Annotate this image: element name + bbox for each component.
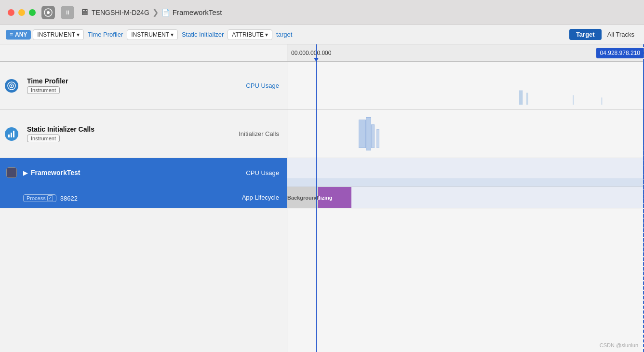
framework-cpu-chart (287, 158, 644, 187)
expand-icon[interactable]: ▶ (23, 169, 28, 176)
target-label: target (274, 29, 294, 40)
process-badge[interactable]: Process ✓ (23, 194, 56, 202)
time-profiler-label: Time Profiler (86, 29, 125, 40)
track-metric-fw-cpu: CPU Usage (210, 169, 287, 176)
instrument-badge-tp: Instrument (27, 86, 60, 94)
app-lifecycle-label: App Lifecycle (242, 194, 279, 201)
monitor-icon: 🖥 (80, 7, 89, 17)
instrument-label-2: INSTRUMENT (131, 31, 169, 38)
track-metric-tp: CPU Usage (210, 62, 287, 109)
time-start: 00.000.000.000 (287, 50, 335, 56)
svg-rect-7 (13, 131, 14, 137)
all-tracks-label: All Tracks (604, 29, 638, 40)
track-metric-si: Initializer Calls (210, 110, 287, 158)
svg-rect-10 (573, 95, 574, 105)
svg-rect-11 (601, 97, 602, 105)
track-icon-col-tp (0, 62, 23, 109)
minimize-button[interactable] (18, 9, 25, 16)
svg-rect-8 (519, 90, 523, 105)
cpu-usage-chart (287, 62, 644, 109)
svg-point-1 (47, 11, 50, 14)
titlebar: ⏸ 🖥 TENGSHI-M-D24G ❯ 📄 FrameworkTest (0, 0, 644, 25)
app-name: FrameworkTest (173, 8, 222, 16)
chevron-down-icon-2: ▾ (171, 31, 174, 38)
svg-rect-6 (11, 133, 12, 137)
instrument-label-1: INSTRUMENT (37, 31, 75, 38)
watermark: CSDN @slunlun (600, 342, 638, 348)
titlebar-device: 🖥 TENGSHI-M-D24G ❯ 📄 FrameworkTest (80, 7, 222, 17)
svg-point-4 (11, 85, 13, 86)
framework-icon (6, 167, 17, 178)
content-static-init (287, 110, 644, 158)
track-info-si: Static Initializer Calls Instrument (23, 110, 210, 158)
timeline-area[interactable]: 00.000.000.000 04.928.978.210 (287, 44, 644, 352)
init-calls-label: Initializer Calls (239, 130, 279, 137)
chevron-down-icon-3: ▾ (265, 31, 268, 38)
filter-any-button[interactable]: ≡ ANY (6, 30, 31, 40)
svg-rect-12 (287, 178, 644, 187)
timeline-ruler: 00.000.000.000 04.928.978.210 (287, 44, 644, 62)
track-title-fw: FrameworkTest (31, 169, 80, 176)
track-title-si: Static Initializer Calls (27, 125, 206, 133)
main-content: Time Profiler Instrument CPU Usage (0, 44, 644, 352)
filter-instrument-pill-2[interactable]: INSTRUMENT ▾ (127, 29, 178, 40)
static-init-icon (5, 127, 18, 141)
time-end: 04.928.978.210 (596, 48, 644, 58)
tracks-header (0, 44, 287, 62)
any-label: ANY (15, 31, 27, 38)
lifecycle-seg-background: Background (287, 187, 318, 208)
process-pid: 38622 (60, 195, 78, 202)
cpu-usage-label-fw: CPU Usage (246, 169, 279, 176)
init-block-1 (359, 120, 366, 148)
device-name: TENGSHI-M-D24G (92, 9, 149, 16)
app-file-icon: 📄 (161, 9, 170, 16)
svg-rect-5 (8, 135, 10, 137)
process-row: Process ✓ 38622 (23, 194, 78, 202)
cursor-line (316, 44, 317, 352)
filter-attribute-pill[interactable]: ATTRIBUTE ▾ (228, 29, 272, 40)
chevron-right-icon: ❯ (152, 8, 159, 17)
time-profiler-icon (5, 79, 18, 93)
filter-instrument-pill-1[interactable]: INSTRUMENT ▾ (33, 29, 84, 40)
maximize-button[interactable] (29, 9, 36, 16)
track-row-static-init[interactable]: Static Initializer Calls Instrument Init… (0, 110, 287, 158)
content-framework-cpu (287, 158, 644, 187)
close-button[interactable] (8, 9, 14, 16)
cpu-usage-label-tp: CPU Usage (246, 82, 279, 89)
traffic-lights (8, 9, 36, 16)
content-lifecycle: Initializing La... For... Background (287, 187, 644, 208)
framework-chevron-title: ▶ FrameworkTest (23, 169, 80, 176)
track-info-tp: Time Profiler Instrument (23, 62, 210, 109)
track-metric-fw-lifecycle: App Lifecycle (210, 194, 287, 201)
init-block-2 (366, 117, 371, 150)
process-checkbox[interactable]: ✓ (47, 195, 53, 201)
chevron-down-icon-1: ▾ (77, 31, 80, 38)
target-button[interactable]: Target (569, 29, 602, 40)
instruments-icon (41, 6, 55, 19)
process-label: Process (27, 195, 46, 201)
filterbar: ≡ ANY INSTRUMENT ▾ Time Profiler INSTRUM… (0, 25, 644, 44)
track-row-framework[interactable]: ▶ FrameworkTest CPU Usage Process ✓ 3862… (0, 158, 287, 208)
svg-rect-9 (526, 93, 528, 105)
track-title-tp: Time Profiler (27, 77, 206, 85)
tracks-panel: Time Profiler Instrument CPU Usage (0, 44, 287, 352)
attribute-label: ATTRIBUTE (232, 31, 264, 38)
track-icon-col-fw (0, 163, 23, 182)
track-icon-col-si (0, 110, 23, 158)
track-subtitle-tp: Instrument (27, 86, 206, 94)
filter-icon: ≡ (10, 31, 13, 38)
content-time-profiler (287, 62, 644, 110)
pause-button[interactable]: ⏸ (61, 6, 74, 19)
instrument-badge-si: Instrument (27, 135, 60, 142)
track-row-time-profiler[interactable]: Time Profiler Instrument CPU Usage (0, 62, 287, 110)
init-block-4 (376, 129, 379, 149)
cursor-triangle (314, 58, 319, 62)
track-subtitle-si: Instrument (27, 135, 206, 142)
static-initializer-label: Static Initializer (180, 29, 226, 40)
init-block-3 (371, 124, 375, 149)
